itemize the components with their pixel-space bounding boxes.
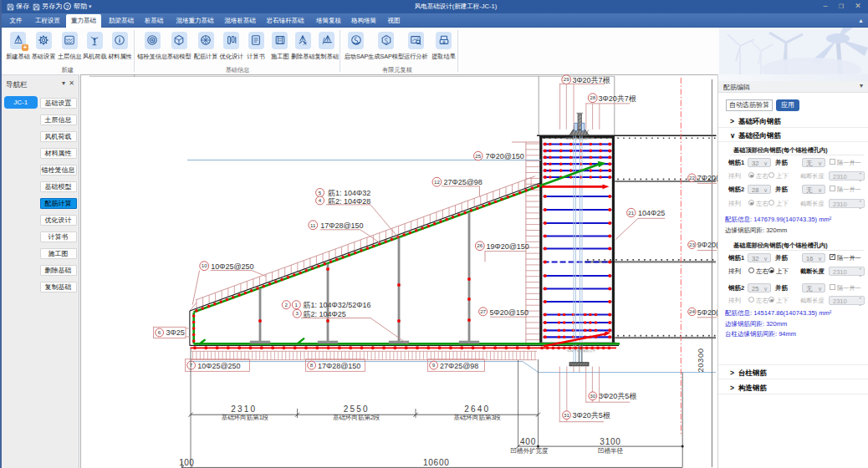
svg-text:5Φ20(: 5Φ20( (697, 308, 717, 317)
svg-text:基础环向筋第2段: 基础环向筋第2段 (333, 414, 380, 421)
svg-text:100: 100 (179, 458, 194, 467)
svg-text:21: 21 (628, 210, 634, 216)
svg-text:筋2: 104Φ28: 筋2: 104Φ28 (328, 197, 370, 206)
svg-text:3Φ25: 3Φ25 (166, 328, 185, 337)
svg-text:27Φ25@98: 27Φ25@98 (440, 362, 478, 370)
svg-text:17Φ28@150: 17Φ28@150 (318, 362, 360, 370)
svg-text:11: 11 (310, 222, 316, 228)
svg-text:2640: 2640 (464, 404, 490, 414)
svg-text:4: 4 (319, 197, 322, 203)
svg-text:2550: 2550 (344, 404, 370, 414)
svg-text:25: 25 (475, 153, 481, 159)
svg-text:2310: 2310 (231, 404, 257, 414)
svg-text:2: 2 (285, 302, 288, 308)
svg-text:3100: 3100 (600, 437, 620, 446)
svg-text:筋2: 104Φ25: 筋2: 104Φ25 (304, 310, 346, 318)
svg-text:锚栓下锚固板组合件: 锚栓下锚固板组合件 (566, 348, 595, 353)
svg-text:10600: 10600 (423, 458, 450, 467)
svg-text:筋1: 104Φ32/52Φ16: 筋1: 104Φ32/52Φ16 (304, 301, 371, 309)
svg-text:7Φ20(: 7Φ20( (697, 174, 717, 182)
svg-text:31: 31 (564, 412, 569, 418)
svg-text:基础环向筋第1段: 基础环向筋第1段 (222, 414, 269, 421)
svg-text:29: 29 (564, 76, 569, 82)
svg-text:26: 26 (477, 242, 483, 248)
svg-text:基础环向筋第3段: 基础环向筋第3段 (453, 414, 501, 421)
svg-text:1: 1 (295, 302, 299, 308)
svg-text:22: 22 (689, 175, 695, 181)
svg-text:10Φ25@250: 10Φ25@250 (211, 262, 253, 271)
svg-text:104Φ25: 104Φ25 (638, 209, 665, 217)
svg-text:27: 27 (480, 308, 486, 314)
svg-text:3Φ20共5根: 3Φ20共5根 (599, 392, 636, 400)
svg-text:12: 12 (434, 179, 440, 185)
svg-text:7: 7 (190, 362, 193, 368)
svg-text:20300: 20300 (696, 348, 705, 373)
svg-text:17Φ28@150: 17Φ28@150 (320, 221, 363, 230)
svg-text:24: 24 (689, 308, 695, 314)
svg-text:3Φ20共7根: 3Φ20共7根 (599, 94, 636, 103)
svg-text:28: 28 (590, 94, 595, 100)
svg-text:5Φ20@150: 5Φ20@150 (490, 308, 528, 317)
svg-text:6: 6 (158, 329, 161, 335)
svg-text:9: 9 (432, 362, 436, 368)
svg-text:7Φ20@150: 7Φ20@150 (486, 152, 524, 160)
svg-text:锚栓定位组合架构件: 锚栓定位组合架构件 (564, 136, 594, 140)
svg-text:3Φ20共7根: 3Φ20共7根 (572, 76, 610, 84)
svg-text:凹槽外扩宽度: 凹槽外扩宽度 (511, 447, 549, 455)
svg-text:8: 8 (310, 362, 314, 368)
svg-text:3: 3 (296, 310, 299, 316)
svg-text:5: 5 (319, 190, 322, 196)
svg-text:27Φ25@98: 27Φ25@98 (444, 178, 483, 186)
svg-text:3Φ20共5根: 3Φ20共5根 (573, 411, 610, 420)
svg-text:9Φ20(: 9Φ20( (697, 241, 717, 249)
svg-text:凹槽半径: 凹槽半径 (598, 447, 624, 455)
svg-text:400: 400 (520, 437, 536, 446)
svg-text:23: 23 (689, 242, 695, 247)
svg-text:30: 30 (590, 393, 595, 399)
svg-text:10Φ25@250: 10Φ25@250 (197, 362, 240, 370)
svg-text:10: 10 (202, 262, 207, 268)
svg-text:19Φ20@150: 19Φ20@150 (487, 242, 529, 251)
